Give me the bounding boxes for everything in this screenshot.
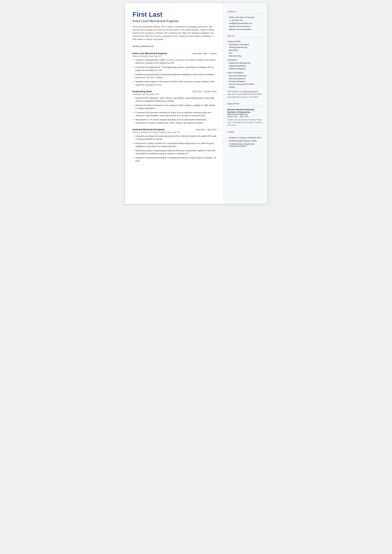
contact-item-1: +1-234-456-789 (227, 19, 263, 21)
tech-skill-4: Manufacturing (227, 55, 263, 57)
edu-date: Boston, MA — May 2010 (227, 115, 263, 118)
other-header: OTHER (227, 131, 263, 133)
job-header-3: Graduate Mechanical Engineer June 2010 –… (133, 128, 217, 131)
contact-section: CONTACT Boston, MA (Open to Remote) +1-2… (227, 11, 263, 30)
tech-skill-0: Simulations (Advanced) (227, 43, 263, 46)
technique-2: Artificial Intelligence (227, 68, 263, 70)
candidate-title: Entry-Level Mechanical Engineer (133, 19, 217, 23)
job-title-2: Engineering Intern (133, 90, 152, 93)
job-company-2: Growthsi, San Francisco, CA (133, 93, 217, 95)
left-column: First Last Entry-Level Mechanical Engine… (125, 3, 223, 204)
header-section: First Last Entry-Level Mechanical Engine… (133, 11, 217, 41)
job-header-2: Engineering Intern June 2013 – October 2… (133, 90, 217, 93)
contact-list: Boston, MA (Open to Remote) +1-234-456-7… (227, 16, 263, 30)
right-column: CONTACT Boston, MA (Open to Remote) +1-2… (223, 3, 267, 204)
job-dates-2: June 2013 – October 2015 (192, 90, 217, 93)
edu-field: Mechanical Engineering (227, 113, 263, 115)
skills-note: Don't forget to use Resume Worded to sca… (227, 90, 263, 98)
bullet-3-2: Engineered a retrofit converter for a co… (133, 142, 217, 148)
bullet-1-4: Awarded rookie engineer of the week in t… (133, 80, 217, 86)
technique-1: Engineering Design (227, 65, 263, 67)
job-dates-1: November 2015 – Present (193, 52, 217, 55)
contact-header: CONTACT (227, 11, 263, 13)
technical-skills-list: Simulations (Advanced) Testing (Experien… (227, 43, 263, 57)
edu-degree: Bachelor of Engineering (227, 111, 263, 113)
job-title-1: Entry-Level Mechanical Engineer (133, 52, 167, 55)
bullet-2-3: Conducted 230 preventive maintenance dut… (133, 111, 217, 117)
tool-3: Oracle's Primavera P6 EPPM (227, 83, 263, 85)
other-item-0: Engineer in Training Certification (EIT)… (227, 137, 263, 139)
education-divider (227, 106, 263, 106)
tool-0: Microsoft SharePoint (227, 75, 263, 77)
candidate-name: First Last (133, 11, 217, 18)
contact-item-4: github.com/resumeworded (227, 28, 263, 30)
education-header: EDUCATION (227, 103, 263, 105)
job-header-1: Entry-Level Mechanical Engineer November… (133, 52, 217, 55)
tools-list: Microsoft SharePoint Microsoft Dynamics … (227, 75, 263, 88)
job-block-3: Graduate Mechanical Engineer June 2010 –… (133, 128, 217, 162)
other-item-2: Certified Systems Engineering Profession… (227, 143, 263, 147)
skills-header: SKILLS (227, 35, 263, 37)
bullet-2-4: Responded to 1.7K service requests and t… (133, 118, 217, 125)
tech-skill-3: Perl (227, 52, 263, 54)
job-title-3: Graduate Mechanical Engineer (133, 128, 165, 131)
bullet-2-1: Maintained 967 equipment, tools, vehicle… (133, 97, 217, 103)
job-block-1: Entry-Level Mechanical Engineer November… (133, 52, 217, 86)
candidate-summary: Entry-level mechanical engineer with 10 … (133, 25, 217, 41)
skills-section: SKILLS Technical Skills: Simulations (Ad… (227, 35, 263, 98)
technical-skills-label: Technical Skills: (227, 40, 263, 43)
contact-item-0: Boston, MA (Open to Remote) (227, 16, 263, 19)
edu-school: Resume Worded University (227, 108, 263, 111)
other-divider (227, 134, 263, 134)
other-list: Engineer in Training Certification (EIT)… (227, 137, 263, 147)
bullet-1-1: Assisted in deploying RW's CRM to conduc… (133, 59, 217, 65)
bullet-3-3: Refined the system of improving the elec… (133, 149, 217, 155)
resume-page: First Last Entry-Level Mechanical Engine… (125, 3, 267, 204)
bullet-1-3: Handled the programming of mechanical eq… (133, 73, 217, 79)
edu-awards: Awards: Resume Worded Teaching Fellow (o… (227, 119, 263, 127)
work-experience-divider (133, 49, 217, 49)
job-bullets-3: Designed a prototype wind power generato… (133, 135, 217, 162)
other-section: OTHER Engineer in Training Certification… (227, 131, 263, 147)
tool-1: Microsoft Dynamics (227, 77, 263, 80)
tool-4: Puppet (227, 86, 263, 88)
tools-label: Tools and Software: (227, 72, 263, 74)
job-bullets-2: Maintained 967 equipment, tools, vehicle… (133, 97, 217, 125)
technique-0: Engineering Management (227, 62, 263, 64)
other-item-1: Certified Quality Engineer (CQE).. (227, 140, 263, 142)
tech-skill-1: Testing (Experienced) (227, 46, 263, 49)
bullet-2-2: Restored 25 faulty components in the com… (133, 104, 217, 110)
education-section: EDUCATION Resume Worded University Bache… (227, 103, 263, 127)
bullet-1-2: Conceived and implemented 7 new digital … (133, 66, 217, 72)
job-company-3: Resume Worded's Exciting Company, New Yo… (133, 131, 217, 133)
job-block-2: Engineering Intern June 2013 – October 2… (133, 90, 217, 125)
job-dates-3: June 2010 – May 2013 (196, 128, 217, 131)
bullet-3-4: Assisted in conceiving and building a co… (133, 156, 217, 162)
bullet-3-1: Designed a prototype wind power generato… (133, 135, 217, 141)
work-experience-section: WORK EXPERIENCE Entry-Level Mechanical E… (133, 45, 217, 162)
contact-item-2: email@resumeworded.com (227, 22, 263, 24)
job-company-1: Resume Worded, New York, NY (133, 55, 217, 57)
techniques-list: Engineering Management Engineering Desig… (227, 62, 263, 70)
resume-worded-link[interactable]: Resume Worded (243, 91, 256, 92)
skills-note-text: Don't forget to use (227, 91, 243, 92)
job-bullets-1: Assisted in deploying RW's CRM to conduc… (133, 59, 217, 86)
contact-item-3: linkedin.com/in/username (227, 25, 263, 28)
tool-2: Teradata Database (227, 80, 263, 83)
work-experience-header: WORK EXPERIENCE (133, 45, 217, 48)
techniques-label: Techniques: (227, 59, 263, 61)
tech-skill-2: Machining (227, 49, 263, 51)
